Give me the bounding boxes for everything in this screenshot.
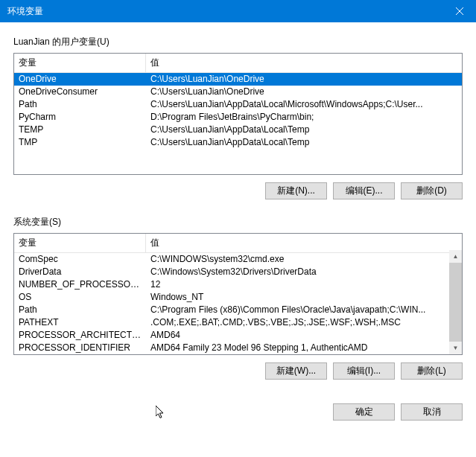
table-row[interactable]: OneDriveC:\Users\LuanJian\OneDrive xyxy=(14,73,462,86)
user-delete-button[interactable]: 删除(D) xyxy=(401,182,463,199)
system-header-value[interactable]: 值 xyxy=(146,234,462,252)
var-name-cell: PATHEXT xyxy=(14,316,146,329)
system-delete-button[interactable]: 删除(L) xyxy=(401,362,463,380)
system-new-button[interactable]: 新建(W)... xyxy=(265,362,327,380)
var-name-cell: Path xyxy=(14,304,146,316)
var-name-cell: PROCESSOR_ARCHITECTURE xyxy=(14,329,146,342)
var-name-cell: DriverData xyxy=(14,266,146,278)
var-name-cell: ComSpec xyxy=(14,253,146,266)
user-vars-label: LuanJian 的用户变量(U) xyxy=(13,36,463,48)
window-title: 环境变量 xyxy=(7,5,43,18)
var-value-cell: AMD64 Family 23 Model 96 Stepping 1, Aut… xyxy=(146,342,449,354)
scrollbar-thumb[interactable] xyxy=(449,263,462,345)
var-value-cell: C:\Users\LuanJian\AppData\Local\Temp xyxy=(146,136,462,149)
table-row[interactable]: PathC:\Users\LuanJian\AppData\Local\Micr… xyxy=(14,98,462,111)
system-edit-button[interactable]: 编辑(I)... xyxy=(333,362,395,380)
table-row[interactable]: TMPC:\Users\LuanJian\AppData\Local\Temp xyxy=(14,136,462,149)
var-value-cell: C:\Users\LuanJian\AppData\Local\Temp xyxy=(146,124,462,136)
var-name-cell: TMP xyxy=(14,136,146,149)
var-value-cell: Windows_NT xyxy=(146,291,449,304)
system-vars-label: 系统变量(S) xyxy=(13,216,463,228)
var-name-cell: PROCESSOR_IDENTIFIER xyxy=(14,342,146,354)
user-table-header: 变量 值 xyxy=(14,54,462,73)
table-row[interactable]: OneDriveConsumerC:\Users\LuanJian\OneDri… xyxy=(14,86,462,98)
scroll-down-icon[interactable]: ▼ xyxy=(449,342,462,354)
var-name-cell: OS xyxy=(14,291,146,304)
table-row[interactable]: PROCESSOR_ARCHITECTUREAMD64 xyxy=(14,329,449,342)
var-name-cell: OneDriveConsumer xyxy=(14,86,146,98)
var-name-cell: PyCharm xyxy=(14,111,146,124)
table-row[interactable]: NUMBER_OF_PROCESSORS12 xyxy=(14,278,449,291)
table-row[interactable]: PROCESSOR_IDENTIFIERAMD64 Family 23 Mode… xyxy=(14,342,449,354)
table-row[interactable]: PyCharmD:\Program Files\JetBrains\PyChar… xyxy=(14,111,462,124)
scroll-up-icon[interactable]: ▲ xyxy=(449,250,462,263)
var-value-cell: C:\Users\LuanJian\OneDrive xyxy=(146,73,462,86)
var-value-cell: C:\Users\LuanJian\AppData\Local\Microsof… xyxy=(146,98,462,111)
table-row[interactable]: TEMPC:\Users\LuanJian\AppData\Local\Temp xyxy=(14,124,462,136)
user-new-button[interactable]: 新建(N)... xyxy=(265,182,327,199)
table-row[interactable]: OSWindows_NT xyxy=(14,291,449,304)
cancel-button[interactable]: 取消 xyxy=(401,403,463,421)
user-vars-table[interactable]: 变量 值 OneDriveC:\Users\LuanJian\OneDriveO… xyxy=(13,53,463,175)
user-header-name[interactable]: 变量 xyxy=(14,54,146,72)
var-value-cell: C:\Users\LuanJian\OneDrive xyxy=(146,86,462,98)
table-row[interactable]: PATHEXT.COM;.EXE;.BAT;.CMD;.VBS;.VBE;.JS… xyxy=(14,316,449,329)
system-vars-table[interactable]: 变量 值 ComSpecC:\WINDOWS\system32\cmd.exeD… xyxy=(13,233,463,355)
user-header-value[interactable]: 值 xyxy=(146,54,462,72)
table-row[interactable]: PathC:\Program Files (x86)\Common Files\… xyxy=(14,304,449,316)
table-row[interactable]: ComSpecC:\WINDOWS\system32\cmd.exe xyxy=(14,253,449,266)
var-value-cell: C:\Program Files (x86)\Common Files\Orac… xyxy=(146,304,449,316)
close-button[interactable] xyxy=(442,0,476,22)
user-edit-button[interactable]: 编辑(E)... xyxy=(333,182,395,199)
var-name-cell: NUMBER_OF_PROCESSORS xyxy=(14,278,146,291)
titlebar: 环境变量 xyxy=(0,0,476,22)
system-table-header: 变量 值 xyxy=(14,234,462,253)
var-name-cell: OneDrive xyxy=(14,73,146,86)
var-value-cell: C:\WINDOWS\system32\cmd.exe xyxy=(146,253,449,266)
var-value-cell: D:\Program Files\JetBrains\PyCharm\bin; xyxy=(146,111,462,124)
var-value-cell: 12 xyxy=(146,278,449,291)
close-icon xyxy=(456,7,463,15)
table-row[interactable]: DriverDataC:\Windows\System32\Drivers\Dr… xyxy=(14,266,449,278)
var-name-cell: Path xyxy=(14,98,146,111)
system-header-name[interactable]: 变量 xyxy=(14,234,146,252)
var-value-cell: AMD64 xyxy=(146,329,449,342)
ok-button[interactable]: 确定 xyxy=(333,403,395,421)
var-value-cell: .COM;.EXE;.BAT;.CMD;.VBS;.VBE;.JS;.JSE;.… xyxy=(146,316,449,329)
var-name-cell: TEMP xyxy=(14,124,146,136)
var-value-cell: C:\Windows\System32\Drivers\DriverData xyxy=(146,266,449,278)
